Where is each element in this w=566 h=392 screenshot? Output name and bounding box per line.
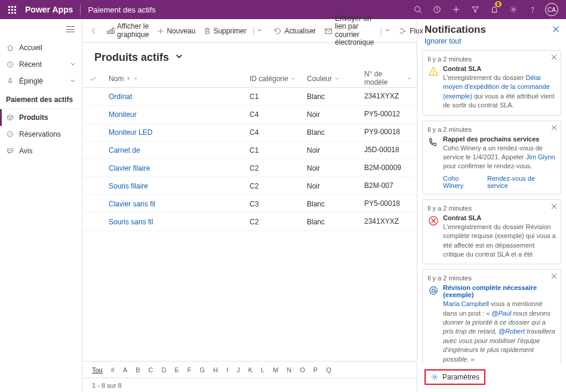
svg-rect-17 [107,31,109,33]
table-row[interactable]: Clavier sans filC3BlancPY5-00018 [82,195,417,213]
new-button[interactable]: Nouveau [153,21,199,41]
card-action-link[interactable]: Rendez-vous de service [487,175,556,189]
dismiss-card-icon[interactable] [551,54,557,61]
row-name-link[interactable]: Souris sans fil [109,218,153,226]
menu-toggle-icon[interactable] [66,26,75,32]
show-chart-button[interactable]: Afficher le graphique [103,21,152,41]
gear-icon[interactable] [504,0,523,19]
close-panel-icon[interactable] [552,25,560,35]
row-color: Blanc [302,128,359,137]
view-selector-chevron-icon[interactable] [175,53,183,63]
mention-link[interactable]: @Paul [491,310,511,317]
card-link[interactable]: Maria Campbell [443,300,489,307]
alpha-hash[interactable]: # [111,366,115,374]
alpha-letter[interactable]: E [174,366,179,374]
sidebar-avis-label: Avis [19,147,76,155]
card-timestamp: Il y a 2 minutes [427,274,556,282]
refresh-label: Actualiser [284,27,316,35]
table-row[interactable]: Souris sans filC2Blanc2341XYXZ [82,213,417,231]
table-row[interactable]: Moniteur LEDC4BlancPY9-00018 [82,124,417,141]
dismiss-card-icon[interactable] [551,203,557,211]
alpha-letter[interactable]: D [162,366,167,374]
chevron-down-icon[interactable] [384,26,390,35]
alpha-letter[interactable]: Q [326,366,331,374]
alpha-letter[interactable]: O [300,366,305,374]
col-header-category[interactable]: ID catégorie [245,75,302,83]
delete-button[interactable]: Supprimer [200,21,250,41]
row-model: B2M-00009 [359,164,417,172]
divider [80,4,81,15]
card-timestamp: Il y a 2 minutes [427,55,556,63]
col-header-model[interactable]: N° de modèle [359,70,417,86]
row-model: J5D-00018 [359,146,417,154]
assistant-icon[interactable] [427,0,447,19]
chevron-down-icon [407,76,412,81]
mention-link[interactable]: @Robert [499,328,525,335]
filter-icon[interactable] [466,0,485,19]
alpha-letter[interactable]: N [287,366,291,374]
table-row[interactable]: Clavier filaireC2NoirB2M-00009 [82,159,417,177]
card-action-link[interactable]: Coho Winery [443,175,480,189]
sidebar-item-pinned[interactable]: Épinglé [0,73,82,89]
row-name-link[interactable]: Moniteur [109,110,137,119]
avatar[interactable]: CA [542,0,561,19]
svg-point-0 [415,7,420,12]
row-color: Blanc [302,200,359,208]
search-icon[interactable] [408,0,427,19]
alpha-all[interactable]: Tou [92,366,103,374]
chevron-down-icon[interactable] [257,26,263,35]
notification-card: Il y a 2 minutes Rappel des prochains se… [422,121,561,195]
alpha-letter[interactable]: B [136,366,140,374]
alpha-letter[interactable]: C [149,366,153,374]
add-icon[interactable] [447,0,466,19]
refresh-button[interactable]: Actualiser [270,21,319,41]
row-name-link[interactable]: Clavier sans fil [109,200,155,208]
row-name-link[interactable]: Moniteur LED [109,128,152,137]
alpha-letter[interactable]: M [273,366,278,374]
card-link[interactable]: Jim Glynn [526,153,555,160]
alpha-letter[interactable]: F [187,366,192,374]
bell-icon[interactable]: 5 [485,0,504,19]
sidebar-item-products[interactable]: Produits [0,109,82,126]
table-row[interactable]: Carnet deC1NoirJ5D-00018 [82,141,417,159]
row-name-link[interactable]: Souris filaire [109,182,148,190]
app-launcher-icon[interactable] [5,2,19,17]
col-header-name[interactable]: Nom [104,75,245,83]
row-color: Blanc [302,92,359,101]
chevron-down-icon [291,76,296,81]
help-icon[interactable] [523,0,542,19]
command-bar: Afficher le graphique Nouveau Supprimer … [82,19,417,43]
card-title-link[interactable]: Révision complète nécessaire (exemple) [443,284,556,298]
sidebar-item-reservations[interactable]: Réservations [0,126,82,143]
col-header-color[interactable]: Couleur [302,75,359,83]
alpha-letter[interactable]: H [213,366,218,374]
email-link-button[interactable]: Envoyer un lien par courrier électroniqu… [321,21,377,41]
sidebar-item-avis[interactable]: Avis [0,143,82,159]
table-row[interactable]: MoniteurC4NoirPY5-00012 [82,106,417,124]
row-name-link[interactable]: Clavier filaire [109,164,150,172]
grid-footer: 1 - 8 sur 8 [82,378,417,392]
sidebar-item-home[interactable]: Accueil [0,39,82,56]
alpha-letter[interactable]: J [236,366,240,374]
notifications-title: Notifications [424,24,559,36]
alpha-letter[interactable]: I [226,366,228,374]
notification-settings-button[interactable]: Paramètres [424,369,485,385]
back-button[interactable] [86,21,101,41]
alpha-letter[interactable]: P [313,366,318,374]
row-name-link[interactable]: Ordinat [109,92,132,101]
row-name-link[interactable]: Carnet de [109,146,140,155]
sidebar-pinned-label: Épinglé [19,77,65,85]
alpha-letter[interactable]: G [200,366,205,374]
phone-icon [427,135,439,171]
alpha-letter[interactable]: K [248,366,253,374]
table-row[interactable]: Souris filaireC2NoirB2M-007 [82,177,417,195]
table-row[interactable]: OrdinatC1Blanc2341XYXZ [82,88,417,106]
dismiss-card-icon[interactable] [551,273,557,280]
row-color: Noir [302,164,359,172]
alpha-letter[interactable]: L [261,366,264,374]
dismiss-card-icon[interactable] [551,125,557,132]
dismiss-all-link[interactable]: Ignorer tout [424,36,559,50]
select-all-checkbox[interactable] [90,75,97,82]
alpha-letter[interactable]: A [123,366,127,374]
sidebar-item-recent[interactable]: Récent [0,56,82,73]
